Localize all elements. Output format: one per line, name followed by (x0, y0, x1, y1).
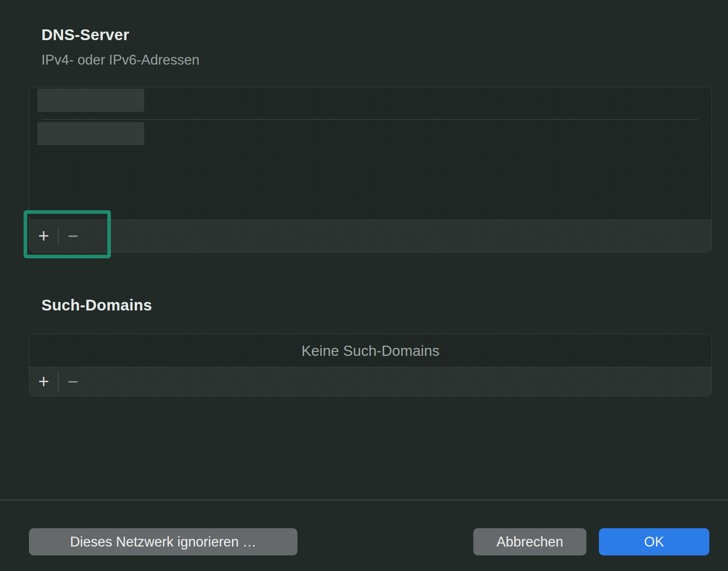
plus-icon: + (38, 225, 49, 247)
dns-server-entry-redacted[interactable] (37, 122, 144, 145)
dns-server-heading: DNS-Server (41, 26, 130, 44)
search-domains-toolbar: + − (29, 367, 712, 396)
dns-settings-pane: DNS-Server IPv4- oder IPv6-Adressen + − … (0, 0, 728, 571)
add-search-domain-button[interactable]: + (29, 367, 58, 396)
minus-icon: − (68, 371, 79, 392)
ignore-network-button[interactable]: Dieses Netzwerk ignorieren … (29, 528, 297, 555)
dns-server-entry-redacted[interactable] (37, 89, 144, 112)
empty-search-domains-label: Keine Such-Domains (29, 334, 712, 368)
add-dns-server-button[interactable]: + (29, 220, 58, 252)
plus-icon: + (38, 371, 49, 392)
dialog-footer-separator (0, 499, 728, 501)
remove-search-domain-button[interactable]: − (59, 367, 87, 396)
ok-button[interactable]: OK (599, 528, 709, 555)
row-separator (41, 119, 699, 120)
cancel-button[interactable]: Abbrechen (473, 528, 586, 555)
search-domains-list: Keine Such-Domains + − (29, 334, 712, 396)
dns-list-toolbar: + − (29, 220, 712, 252)
dns-server-subtitle: IPv4- oder IPv6-Adressen (41, 52, 199, 68)
minus-icon: − (68, 225, 79, 247)
search-domains-heading: Such-Domains (41, 296, 152, 314)
dns-server-list: + − (29, 87, 712, 253)
remove-dns-server-button[interactable]: − (59, 220, 87, 252)
